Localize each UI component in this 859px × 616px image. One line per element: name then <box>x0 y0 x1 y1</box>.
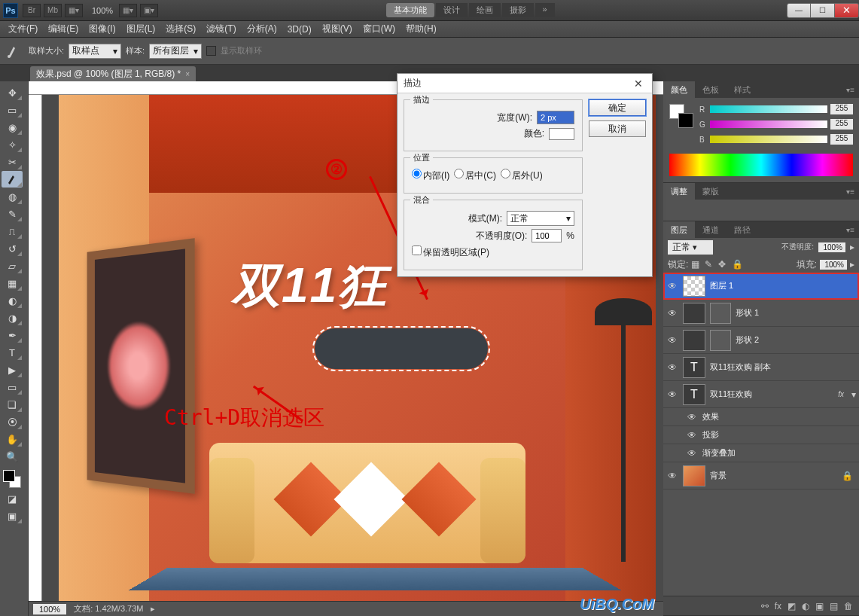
mode-select[interactable]: 正常▾ <box>507 211 574 226</box>
workspace-more[interactable]: » <box>535 3 555 17</box>
layer-name[interactable]: 形状 2 <box>736 334 856 346</box>
fx-toggle-icon[interactable]: ▾ <box>851 389 856 400</box>
trash-icon[interactable]: 🗑 <box>844 601 853 611</box>
fill-value[interactable]: 100% <box>820 260 847 270</box>
group-icon[interactable]: ▣ <box>815 601 824 611</box>
layer-name[interactable]: 背景 <box>710 470 837 481</box>
lock-pixels-icon[interactable]: ✎ <box>705 259 715 270</box>
gradient-tool[interactable]: ▦ <box>2 275 23 291</box>
visibility-icon[interactable]: 👁 <box>666 361 678 374</box>
color-swatch-pair[interactable] <box>669 104 693 128</box>
sample-size-select[interactable]: 取样点▾ <box>69 44 121 59</box>
brush-tool[interactable]: ✎ <box>2 206 23 222</box>
layer-thumb[interactable] <box>683 303 705 324</box>
path-select-tool[interactable]: ▶ <box>2 361 23 378</box>
sample-select[interactable]: 所有图层▾ <box>149 44 202 59</box>
link-layers-icon[interactable]: ⚯ <box>761 601 769 611</box>
workspace-design[interactable]: 设计 <box>436 3 468 17</box>
tab-paths[interactable]: 路径 <box>726 221 758 238</box>
minibridge-button[interactable]: Mb <box>44 4 62 17</box>
visibility-icon[interactable]: 👁 <box>686 447 698 459</box>
workspace-essentials[interactable]: 基本功能 <box>386 3 434 17</box>
visibility-icon[interactable]: 👁 <box>666 389 678 401</box>
tab-layers[interactable]: 图层 <box>663 221 695 238</box>
pos-inside-radio[interactable]: 内部(I) <box>412 169 449 182</box>
fill-flyout-icon[interactable]: ▸ <box>850 259 854 270</box>
type-layer-thumb[interactable]: T <box>683 357 705 378</box>
blend-mode-select[interactable]: 正常 ▾ <box>668 240 713 255</box>
preserve-transparency-checkbox[interactable]: 保留透明区域(P) <box>412 245 489 259</box>
pen-tool[interactable]: ✒ <box>2 327 23 343</box>
show-ring-checkbox[interactable] <box>206 46 216 56</box>
visibility-icon[interactable]: 👁 <box>686 429 698 441</box>
move-tool[interactable]: ✥ <box>2 84 23 101</box>
lock-position-icon[interactable]: ✥ <box>718 259 729 270</box>
workspace-painting[interactable]: 绘画 <box>469 3 501 17</box>
status-docinfo[interactable]: 文档: 1.42M/3.73M <box>74 603 143 614</box>
layer-thumb[interactable] <box>683 330 705 351</box>
cancel-button[interactable]: 取消 <box>589 120 646 137</box>
zoom-level[interactable]: 100% <box>92 6 113 15</box>
menu-help[interactable]: 帮助(H) <box>401 23 442 35</box>
width-input[interactable] <box>537 111 574 124</box>
crop-tool[interactable]: ✂ <box>2 154 23 170</box>
layer-mask-thumb[interactable] <box>710 330 731 351</box>
mask-icon[interactable]: ◩ <box>787 601 796 611</box>
lasso-tool[interactable]: ◉ <box>2 119 23 136</box>
layer-effect-gradientoverlay[interactable]: 👁 渐变叠加 <box>663 444 859 462</box>
document-tab-close-icon[interactable]: × <box>185 70 190 78</box>
menu-view[interactable]: 视图(V) <box>317 23 358 35</box>
menu-file[interactable]: 文件(F) <box>3 23 43 35</box>
dodge-tool[interactable]: ◑ <box>2 310 23 326</box>
screenmode-toggle[interactable]: ▣ <box>2 508 23 524</box>
document-tab[interactable]: 效果.psd @ 100% (图层 1, RGB/8) * × <box>30 66 196 81</box>
marquee-tool[interactable]: ▭ <box>2 102 23 118</box>
layer-row-layer1[interactable]: 👁 图层 1 <box>663 273 859 300</box>
menu-3d[interactable]: 3D(D) <box>282 24 317 35</box>
adjustment-icon[interactable]: ◐ <box>802 601 809 611</box>
layer-thumb[interactable] <box>683 276 705 297</box>
layer-row-text[interactable]: 👁 T 双11狂欢购 fx ▾ <box>663 381 859 408</box>
b-slider[interactable] <box>710 136 827 143</box>
eraser-tool[interactable]: ▱ <box>2 258 23 274</box>
view-extras-button[interactable]: ▦▾ <box>119 4 137 17</box>
ruler-vertical[interactable] <box>29 95 42 601</box>
r-slider[interactable] <box>710 105 827 113</box>
ok-button[interactable]: 确定 <box>589 99 646 116</box>
quickmask-toggle[interactable]: ◪ <box>2 490 23 507</box>
wand-tool[interactable]: ✧ <box>2 136 23 153</box>
opacity-value[interactable]: 100% <box>818 242 845 252</box>
new-layer-icon[interactable]: ▤ <box>830 601 838 611</box>
pos-outside-radio[interactable]: 居外(U) <box>501 169 543 182</box>
status-zoom[interactable]: 100% <box>33 604 66 614</box>
visibility-icon[interactable]: 👁 <box>686 411 698 423</box>
shape-tool[interactable]: ▭ <box>2 379 23 395</box>
panel-menu-icon[interactable]: ▾≡ <box>842 86 859 94</box>
pos-center-radio[interactable]: 居中(C) <box>454 169 496 182</box>
visibility-icon[interactable]: 👁 <box>666 280 678 292</box>
eyedropper-tool[interactable] <box>2 171 23 188</box>
layer-row-shape1[interactable]: 👁 形状 1 <box>663 300 859 327</box>
dialog-close-icon[interactable]: ✕ <box>631 78 646 90</box>
workspace-photography[interactable]: 摄影 <box>502 3 534 17</box>
fx-icon[interactable]: fx <box>775 601 781 611</box>
opacity-flyout-icon[interactable]: ▸ <box>850 242 854 252</box>
color-spectrum[interactable] <box>669 154 853 176</box>
menu-edit[interactable]: 编辑(E) <box>43 23 84 35</box>
layer-name[interactable]: 双11狂欢购 副本 <box>710 361 856 373</box>
layer-effect-dropshadow[interactable]: 👁 投影 <box>663 426 859 444</box>
close-button[interactable]: ✕ <box>835 3 859 18</box>
hand-tool[interactable]: ✋ <box>2 431 23 447</box>
type-tool[interactable]: T <box>2 344 23 361</box>
tab-styles[interactable]: 样式 <box>726 81 758 98</box>
layer-row-text-copy[interactable]: 👁 T 双11狂欢购 副本 <box>663 354 859 381</box>
visibility-icon[interactable]: 👁 <box>666 334 678 346</box>
tab-masks[interactable]: 蒙版 <box>695 183 726 200</box>
visibility-icon[interactable]: 👁 <box>666 307 678 319</box>
menu-window[interactable]: 窗口(W) <box>358 23 401 35</box>
menu-image[interactable]: 图像(I) <box>84 23 120 35</box>
g-slider[interactable] <box>710 120 827 128</box>
opacity-input[interactable] <box>532 229 562 242</box>
layer-row-shape2[interactable]: 👁 形状 2 <box>663 327 859 354</box>
blur-tool[interactable]: ◐ <box>2 292 23 309</box>
